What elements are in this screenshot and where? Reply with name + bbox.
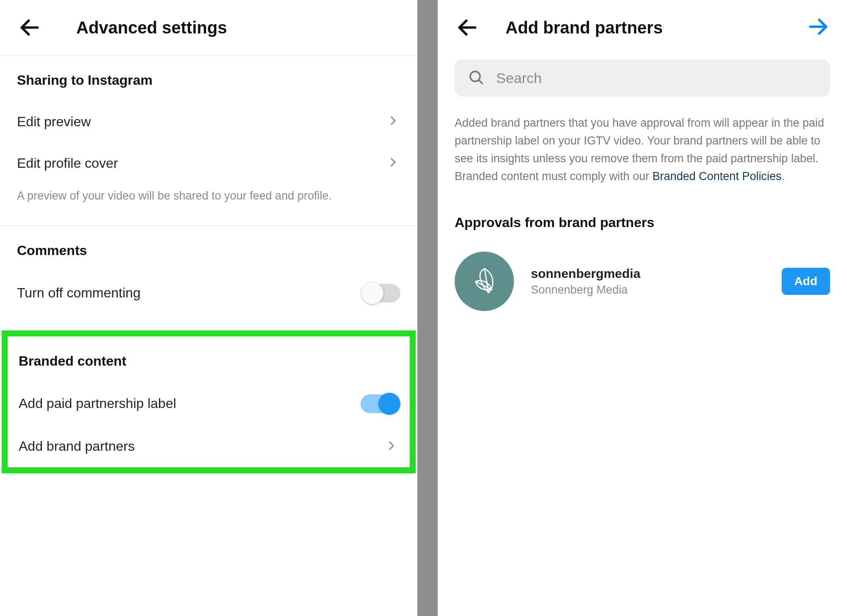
header: Advanced settings <box>0 0 417 55</box>
chevron-right-icon <box>386 155 400 171</box>
partner-display-name: Sonnenberg Media <box>531 283 640 297</box>
info-text: Added brand partners that you have appro… <box>438 109 847 202</box>
svg-line-4 <box>479 80 482 83</box>
add-brand-partners-screen: Add brand partners Search Added brand pa… <box>438 0 847 616</box>
row-label: Edit preview <box>17 114 91 130</box>
header: Add brand partners <box>438 0 847 55</box>
edit-profile-cover-row[interactable]: Edit profile cover <box>0 142 417 184</box>
back-arrow-icon[interactable] <box>455 15 480 40</box>
turn-off-commenting-row[interactable]: Turn off commenting <box>0 271 417 315</box>
partner-username: sonnenbergmedia <box>531 266 640 281</box>
branded-content-policies-link[interactable]: Branded Content Policies <box>653 170 782 183</box>
search-placeholder: Search <box>496 70 542 86</box>
page-title: Advanced settings <box>76 18 227 37</box>
edit-preview-row[interactable]: Edit preview <box>0 101 417 142</box>
row-label: Add paid partnership label <box>19 396 176 411</box>
advanced-settings-screen: Advanced settings Sharing to Instagram E… <box>0 0 417 616</box>
forward-arrow-icon[interactable] <box>806 15 830 40</box>
section-branded-title: Branded content <box>8 336 410 382</box>
preview-description: A preview of your video will be shared t… <box>0 184 417 225</box>
add-brand-partners-row[interactable]: Add brand partners <box>8 426 410 467</box>
page-title: Add brand partners <box>505 18 663 37</box>
section-sharing-title: Sharing to Instagram <box>0 55 417 101</box>
add-button[interactable]: Add <box>782 268 830 295</box>
row-label: Turn off commenting <box>17 285 141 301</box>
paid-partnership-toggle[interactable] <box>361 394 399 413</box>
chevron-right-icon <box>384 438 399 455</box>
search-input[interactable]: Search <box>455 59 830 97</box>
row-label: Add brand partners <box>19 438 135 454</box>
search-icon <box>467 69 484 87</box>
paid-partnership-row[interactable]: Add paid partnership label <box>8 382 410 426</box>
branded-content-highlight: Branded content Add paid partnership lab… <box>2 330 416 473</box>
section-comments-title: Comments <box>0 226 417 271</box>
info-text-dot: . <box>781 170 785 183</box>
commenting-toggle[interactable] <box>362 284 400 302</box>
chevron-right-icon <box>386 114 400 130</box>
avatar[interactable] <box>455 252 514 311</box>
leaf-icon <box>464 261 505 302</box>
partner-row: sonnenbergmedia Sonnenberg Media Add <box>438 243 847 319</box>
row-label: Edit profile cover <box>17 155 118 171</box>
approvals-section-title: Approvals from brand partners <box>438 202 847 243</box>
back-arrow-icon[interactable] <box>17 15 42 40</box>
